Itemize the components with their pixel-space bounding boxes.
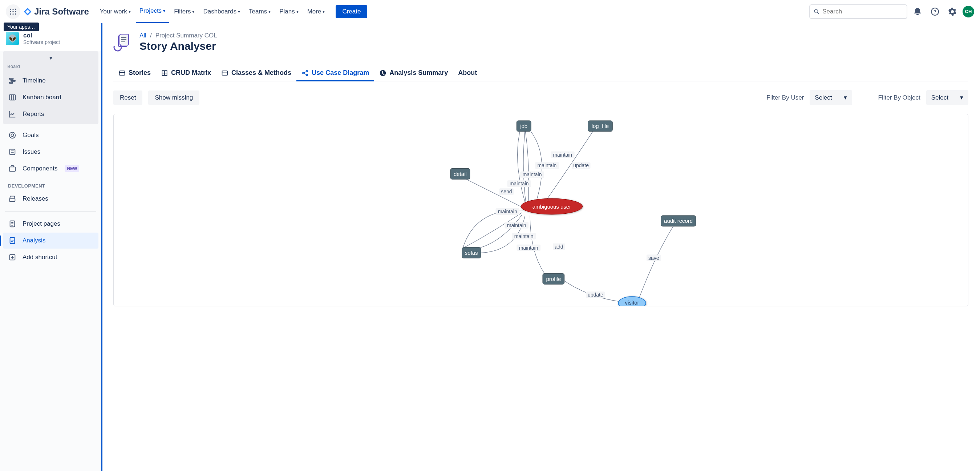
sidebar-item-reports[interactable]: Reports bbox=[3, 106, 99, 122]
project-name: col bbox=[23, 32, 60, 39]
search-box[interactable] bbox=[809, 4, 907, 19]
svg-rect-45 bbox=[222, 71, 228, 75]
svg-text:update: update bbox=[573, 163, 589, 168]
issues-icon bbox=[8, 148, 17, 156]
node-sofas[interactable]: sofas bbox=[462, 247, 481, 259]
toolbar: Reset Show missing Filter By User Select… bbox=[102, 81, 980, 114]
analysis-icon bbox=[8, 236, 17, 245]
breadcrumb-all[interactable]: All bbox=[140, 32, 146, 39]
edge-label: send bbox=[499, 188, 514, 195]
nav-teams[interactable]: Teams▾ bbox=[245, 6, 274, 18]
nav-dashboards[interactable]: Dashboards▾ bbox=[199, 6, 244, 18]
app-switcher-icon[interactable] bbox=[6, 4, 20, 19]
jira-logo[interactable]: Jira Software bbox=[23, 6, 89, 17]
edge-label: add bbox=[553, 243, 565, 250]
main-content: All / Project Summary COL Story Analyser… bbox=[102, 23, 980, 471]
show-missing-button[interactable]: Show missing bbox=[148, 91, 199, 105]
edge-label: save bbox=[647, 255, 661, 261]
svg-rect-25 bbox=[10, 199, 15, 201]
svg-text:maintain: maintain bbox=[523, 172, 542, 177]
tab-use-case-diagram[interactable]: Use Case Diagram bbox=[296, 65, 374, 81]
tab-classes-methods[interactable]: Classes & Methods bbox=[216, 65, 296, 81]
sidebar-item-project-pages[interactable]: Project pages bbox=[3, 216, 99, 232]
page-title: Story Analyser bbox=[140, 40, 217, 52]
sidebar-item-goals[interactable]: Goals bbox=[3, 127, 99, 143]
share-icon bbox=[301, 69, 309, 77]
svg-point-2 bbox=[15, 8, 16, 10]
node-ambiguous-user[interactable]: ambiguous user bbox=[521, 198, 582, 214]
window-icon bbox=[221, 69, 229, 77]
tab-about[interactable]: About bbox=[453, 65, 482, 81]
node-job[interactable]: job bbox=[517, 121, 531, 132]
reset-button[interactable]: Reset bbox=[113, 91, 142, 105]
create-button[interactable]: Create bbox=[336, 5, 367, 18]
add-shortcut-icon bbox=[8, 253, 17, 262]
sidebar-label: Components bbox=[22, 165, 57, 172]
help-icon[interactable]: ? bbox=[928, 4, 942, 19]
pages-icon bbox=[8, 220, 17, 228]
sidebar-item-releases[interactable]: Releases bbox=[3, 191, 99, 207]
filter-by-object-label: Filter By Object bbox=[878, 94, 920, 101]
svg-text:maintain: maintain bbox=[510, 180, 529, 187]
chevron-down-icon: ▾ bbox=[238, 9, 240, 14]
tab-analysis-summary[interactable]: Analysis Summary bbox=[374, 65, 453, 81]
pie-icon bbox=[379, 69, 387, 77]
sidebar-item-issues[interactable]: Issues bbox=[3, 144, 99, 160]
use-case-diagram[interactable]: maintain maintain maintain maintain upda… bbox=[113, 114, 968, 307]
filter-by-user-label: Filter By User bbox=[767, 94, 804, 101]
apps-tooltip: Your apps… bbox=[4, 22, 39, 31]
sidebar-label: Timeline bbox=[22, 77, 46, 84]
node-visitor[interactable]: visitor bbox=[618, 297, 646, 306]
search-input[interactable] bbox=[822, 8, 903, 15]
divider bbox=[5, 211, 96, 212]
node-audit-record[interactable]: audit record bbox=[661, 216, 696, 227]
sidebar-item-components[interactable]: Components NEW bbox=[3, 161, 99, 177]
filter-user-select[interactable]: Select ▾ bbox=[810, 90, 852, 105]
settings-icon[interactable] bbox=[945, 4, 960, 19]
sidebar-item-add-shortcut[interactable]: Add shortcut bbox=[3, 249, 99, 265]
sidebar: 👽 col Software project ▾ Board Timeline bbox=[0, 23, 102, 471]
chevron-down-icon: ▾ bbox=[192, 9, 194, 14]
svg-text:maintain: maintain bbox=[514, 233, 534, 239]
edge-label: update bbox=[572, 162, 590, 169]
tab-stories[interactable]: Stories bbox=[113, 65, 156, 81]
board-header[interactable]: ▾ bbox=[3, 52, 99, 64]
node-log-file[interactable]: log_file bbox=[588, 121, 613, 132]
svg-point-20 bbox=[11, 134, 13, 136]
timeline-icon bbox=[8, 76, 17, 85]
sidebar-item-kanban[interactable]: Kanban board bbox=[3, 89, 99, 105]
sidebar-item-analysis[interactable]: Analysis bbox=[3, 233, 99, 249]
nav-more[interactable]: More▾ bbox=[304, 6, 329, 18]
user-avatar[interactable]: CH bbox=[963, 6, 974, 18]
project-avatar-icon: 👽 bbox=[6, 32, 19, 45]
reports-icon bbox=[8, 110, 17, 118]
nav-plans[interactable]: Plans▾ bbox=[276, 6, 302, 18]
chevron-down-icon: ▾ bbox=[960, 94, 963, 101]
svg-text:sofas: sofas bbox=[465, 250, 478, 256]
chevron-down-icon: ▾ bbox=[49, 54, 52, 61]
chevron-down-icon: ▾ bbox=[269, 9, 270, 14]
sidebar-item-timeline[interactable]: Timeline bbox=[3, 73, 99, 89]
nav-projects[interactable]: Projects▾ bbox=[136, 0, 169, 23]
svg-rect-24 bbox=[10, 167, 16, 171]
svg-text:send: send bbox=[501, 188, 512, 195]
nav-filters[interactable]: Filters▾ bbox=[170, 6, 198, 18]
sidebar-label: Analysis bbox=[22, 237, 45, 244]
svg-text:save: save bbox=[648, 255, 659, 261]
filter-object-select[interactable]: Select ▾ bbox=[926, 90, 968, 105]
svg-text:update: update bbox=[588, 292, 603, 298]
svg-point-8 bbox=[15, 13, 16, 14]
edge-label: maintain bbox=[517, 244, 541, 251]
node-detail[interactable]: detail bbox=[450, 168, 470, 179]
tab-crud-matrix[interactable]: CRUD Matrix bbox=[156, 65, 216, 81]
nav-your-work[interactable]: Your work▾ bbox=[96, 6, 134, 18]
edge-label: maintain bbox=[535, 162, 559, 169]
node-profile[interactable]: profile bbox=[542, 273, 565, 284]
svg-point-6 bbox=[10, 13, 11, 14]
notifications-icon[interactable] bbox=[910, 4, 925, 19]
nav-items: Your work▾ Projects▾ Filters▾ Dashboards… bbox=[96, 0, 329, 23]
svg-text:maintain: maintain bbox=[507, 222, 526, 228]
svg-text:maintain: maintain bbox=[519, 245, 538, 251]
svg-rect-15 bbox=[10, 83, 13, 84]
svg-point-1 bbox=[12, 8, 13, 10]
